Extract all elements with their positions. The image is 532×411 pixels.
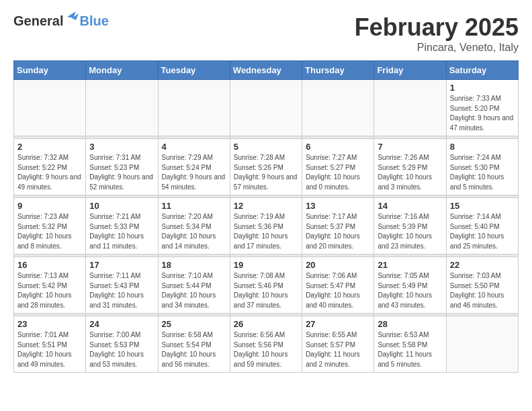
day-number: 4 xyxy=(162,142,226,152)
calendar-cell-w1-d6 xyxy=(374,80,446,136)
day-info: Sunrise: 7:05 AM Sunset: 5:49 PM Dayligh… xyxy=(378,271,442,310)
calendar-week-5: 23Sunrise: 7:01 AM Sunset: 5:51 PM Dayli… xyxy=(14,316,519,373)
day-info: Sunrise: 7:23 AM Sunset: 5:32 PM Dayligh… xyxy=(17,212,82,251)
calendar-cell-w2-d5: 6Sunrise: 7:27 AM Sunset: 5:27 PM Daylig… xyxy=(302,139,374,195)
calendar-cell-w4-d6: 21Sunrise: 7:05 AM Sunset: 5:49 PM Dayli… xyxy=(374,257,446,314)
day-info: Sunrise: 7:28 AM Sunset: 5:26 PM Dayligh… xyxy=(234,153,298,192)
day-number: 12 xyxy=(234,201,298,211)
calendar-week-2: 2Sunrise: 7:32 AM Sunset: 5:22 PM Daylig… xyxy=(14,139,519,195)
calendar-cell-w5-d4: 26Sunrise: 6:56 AM Sunset: 5:56 PM Dayli… xyxy=(230,316,302,373)
calendar-cell-w3-d7: 15Sunrise: 7:14 AM Sunset: 5:40 PM Dayli… xyxy=(446,198,518,255)
calendar-cell-w3-d3: 11Sunrise: 7:20 AM Sunset: 5:34 PM Dayli… xyxy=(158,198,230,255)
day-info: Sunrise: 7:03 AM Sunset: 5:50 PM Dayligh… xyxy=(450,271,515,310)
day-number: 21 xyxy=(378,260,442,270)
col-tuesday: Tuesday xyxy=(158,61,230,80)
calendar-week-4: 16Sunrise: 7:13 AM Sunset: 5:42 PM Dayli… xyxy=(14,257,519,314)
day-number: 26 xyxy=(234,319,298,329)
calendar-cell-w3-d1: 9Sunrise: 7:23 AM Sunset: 5:32 PM Daylig… xyxy=(14,198,86,255)
day-info: Sunrise: 6:56 AM Sunset: 5:56 PM Dayligh… xyxy=(234,330,298,369)
col-monday: Monday xyxy=(86,61,158,80)
day-info: Sunrise: 7:27 AM Sunset: 5:27 PM Dayligh… xyxy=(306,153,370,192)
calendar-cell-w5-d2: 24Sunrise: 7:00 AM Sunset: 5:53 PM Dayli… xyxy=(86,316,158,373)
logo-bird-icon xyxy=(64,10,79,24)
day-number: 5 xyxy=(234,142,298,152)
calendar-cell-w1-d2 xyxy=(86,80,158,136)
day-info: Sunrise: 7:01 AM Sunset: 5:51 PM Dayligh… xyxy=(17,330,82,369)
calendar-cell-w1-d1 xyxy=(14,80,86,136)
calendar-cell-w5-d7 xyxy=(446,316,518,373)
day-number: 24 xyxy=(89,319,154,329)
col-friday: Friday xyxy=(374,61,446,80)
day-number: 27 xyxy=(306,319,370,329)
logo-general: General xyxy=(13,13,63,29)
day-number: 3 xyxy=(89,142,154,152)
day-number: 20 xyxy=(306,260,370,270)
calendar-cell-w3-d2: 10Sunrise: 7:21 AM Sunset: 5:33 PM Dayli… xyxy=(86,198,158,255)
col-wednesday: Wednesday xyxy=(230,61,302,80)
day-info: Sunrise: 6:58 AM Sunset: 5:54 PM Dayligh… xyxy=(162,330,226,369)
day-number: 10 xyxy=(89,201,154,211)
day-info: Sunrise: 7:19 AM Sunset: 5:36 PM Dayligh… xyxy=(234,212,298,251)
col-saturday: Saturday xyxy=(446,61,518,80)
day-number: 13 xyxy=(306,201,370,211)
calendar-cell-w4-d3: 18Sunrise: 7:10 AM Sunset: 5:44 PM Dayli… xyxy=(158,257,230,314)
day-number: 18 xyxy=(162,260,226,270)
day-number: 22 xyxy=(450,260,515,270)
calendar-cell-w4-d5: 20Sunrise: 7:06 AM Sunset: 5:47 PM Dayli… xyxy=(302,257,374,314)
day-number: 25 xyxy=(162,319,226,329)
day-number: 7 xyxy=(378,142,442,152)
day-info: Sunrise: 7:10 AM Sunset: 5:44 PM Dayligh… xyxy=(162,271,226,310)
calendar-cell-w2-d2: 3Sunrise: 7:31 AM Sunset: 5:23 PM Daylig… xyxy=(86,139,158,195)
calendar-table: Sunday Monday Tuesday Wednesday Thursday… xyxy=(13,60,519,373)
logo-blue: Blue xyxy=(79,13,108,29)
day-info: Sunrise: 7:26 AM Sunset: 5:29 PM Dayligh… xyxy=(378,153,442,192)
day-info: Sunrise: 7:13 AM Sunset: 5:42 PM Dayligh… xyxy=(17,271,82,310)
calendar-subtitle: Pincara, Veneto, Italy xyxy=(355,42,519,54)
day-info: Sunrise: 7:08 AM Sunset: 5:46 PM Dayligh… xyxy=(234,271,298,310)
calendar-cell-w4-d1: 16Sunrise: 7:13 AM Sunset: 5:42 PM Dayli… xyxy=(14,257,86,314)
calendar-title: February 2025 xyxy=(355,13,519,42)
day-info: Sunrise: 7:32 AM Sunset: 5:22 PM Dayligh… xyxy=(17,153,82,192)
day-number: 8 xyxy=(450,142,515,152)
calendar-cell-w5-d6: 28Sunrise: 6:53 AM Sunset: 5:58 PM Dayli… xyxy=(374,316,446,373)
calendar-cell-w3-d4: 12Sunrise: 7:19 AM Sunset: 5:36 PM Dayli… xyxy=(230,198,302,255)
day-number: 23 xyxy=(17,319,82,329)
calendar-cell-w1-d4 xyxy=(230,80,302,136)
day-info: Sunrise: 7:00 AM Sunset: 5:53 PM Dayligh… xyxy=(89,330,154,369)
calendar-cell-w1-d7: 1Sunrise: 7:33 AM Sunset: 5:20 PM Daylig… xyxy=(446,80,518,136)
calendar-cell-w2-d6: 7Sunrise: 7:26 AM Sunset: 5:29 PM Daylig… xyxy=(374,139,446,195)
title-block: February 2025 Pincara, Veneto, Italy xyxy=(355,13,519,54)
day-info: Sunrise: 7:31 AM Sunset: 5:23 PM Dayligh… xyxy=(89,153,154,192)
calendar-cell-w5-d3: 25Sunrise: 6:58 AM Sunset: 5:54 PM Dayli… xyxy=(158,316,230,373)
day-info: Sunrise: 7:24 AM Sunset: 5:30 PM Dayligh… xyxy=(450,153,515,192)
day-info: Sunrise: 7:33 AM Sunset: 5:20 PM Dayligh… xyxy=(450,94,515,133)
calendar-cell-w1-d3 xyxy=(158,80,230,136)
day-info: Sunrise: 6:53 AM Sunset: 5:58 PM Dayligh… xyxy=(378,330,442,369)
calendar-cell-w5-d5: 27Sunrise: 6:55 AM Sunset: 5:57 PM Dayli… xyxy=(302,316,374,373)
calendar-cell-w2-d3: 4Sunrise: 7:29 AM Sunset: 5:24 PM Daylig… xyxy=(158,139,230,195)
day-info: Sunrise: 7:29 AM Sunset: 5:24 PM Dayligh… xyxy=(162,153,226,192)
day-number: 6 xyxy=(306,142,370,152)
calendar-cell-w4-d2: 17Sunrise: 7:11 AM Sunset: 5:43 PM Dayli… xyxy=(86,257,158,314)
day-info: Sunrise: 7:16 AM Sunset: 5:39 PM Dayligh… xyxy=(378,212,442,251)
day-info: Sunrise: 7:06 AM Sunset: 5:47 PM Dayligh… xyxy=(306,271,370,310)
calendar-cell-w4-d4: 19Sunrise: 7:08 AM Sunset: 5:46 PM Dayli… xyxy=(230,257,302,314)
day-info: Sunrise: 7:17 AM Sunset: 5:37 PM Dayligh… xyxy=(306,212,370,251)
day-info: Sunrise: 7:20 AM Sunset: 5:34 PM Dayligh… xyxy=(162,212,226,251)
day-number: 15 xyxy=(450,201,515,211)
page: General Blue February 2025 Pincara, Vene… xyxy=(0,0,532,386)
day-number: 9 xyxy=(17,201,82,211)
calendar-cell-w2-d1: 2Sunrise: 7:32 AM Sunset: 5:22 PM Daylig… xyxy=(14,139,86,195)
col-thursday: Thursday xyxy=(302,61,374,80)
day-number: 11 xyxy=(162,201,226,211)
day-number: 2 xyxy=(17,142,82,152)
calendar-header-row: Sunday Monday Tuesday Wednesday Thursday… xyxy=(14,61,519,80)
day-number: 17 xyxy=(89,260,154,270)
day-number: 1 xyxy=(450,83,515,93)
day-info: Sunrise: 7:11 AM Sunset: 5:43 PM Dayligh… xyxy=(89,271,154,310)
day-number: 16 xyxy=(17,260,82,270)
calendar-cell-w1-d5 xyxy=(302,80,374,136)
col-sunday: Sunday xyxy=(14,61,86,80)
day-number: 28 xyxy=(378,319,442,329)
calendar-cell-w2-d7: 8Sunrise: 7:24 AM Sunset: 5:30 PM Daylig… xyxy=(446,139,518,195)
